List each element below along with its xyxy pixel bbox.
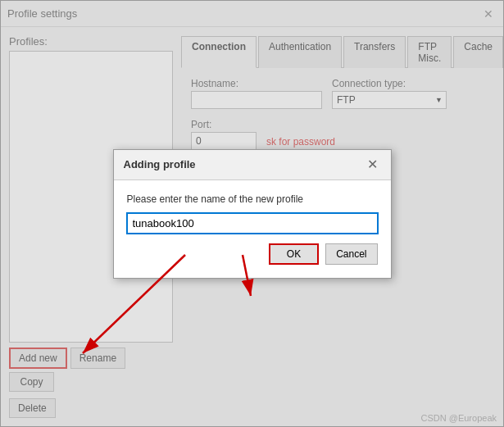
modal-close-button[interactable]: ✕ bbox=[365, 157, 381, 173]
modal-title: Adding profile bbox=[124, 158, 196, 170]
adding-profile-modal: Adding profile ✕ Please enter the name o… bbox=[113, 149, 392, 279]
modal-description: Please enter the name of the new profile bbox=[127, 193, 378, 205]
modal-ok-button[interactable]: OK bbox=[269, 243, 319, 265]
modal-cancel-button[interactable]: Cancel bbox=[325, 243, 377, 265]
modal-overlay: Adding profile ✕ Please enter the name o… bbox=[1, 1, 503, 426]
modal-buttons: OK Cancel bbox=[127, 243, 378, 265]
modal-body: Please enter the name of the new profile… bbox=[114, 180, 391, 278]
new-profile-name-input[interactable] bbox=[127, 213, 378, 234]
modal-title-bar: Adding profile ✕ bbox=[114, 150, 391, 180]
main-window: Profile settings ✕ Profiles: Add new Ren… bbox=[0, 0, 504, 427]
